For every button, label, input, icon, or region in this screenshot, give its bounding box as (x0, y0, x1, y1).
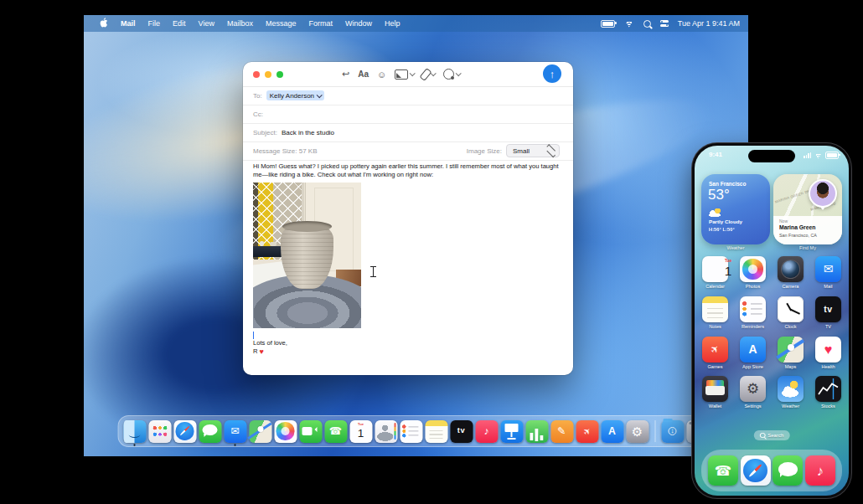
menu-item-format[interactable]: Format (302, 19, 338, 28)
closing-lines[interactable]: Lots of love, R ♥ (253, 339, 287, 357)
undo-icon[interactable]: ↩ (342, 69, 349, 80)
to-field[interactable]: To: Kelly Anderson (243, 86, 573, 105)
menu-item-file[interactable]: File (142, 19, 167, 28)
dock-icon-mail[interactable]: ✉ (224, 420, 246, 443)
envelope-icon: ✉ (224, 420, 246, 443)
reminders-icon (740, 296, 766, 322)
dock-icon-music[interactable]: ♪ (805, 455, 835, 486)
search-pill[interactable]: Search (754, 430, 790, 440)
app-label: Wallet (696, 404, 734, 409)
download-arrow-icon: ↓ (668, 427, 677, 436)
menu-item-edit[interactable]: Edit (167, 19, 192, 28)
dock-icon-reminders[interactable] (400, 420, 422, 443)
cc-label: Cc: (243, 111, 263, 118)
app-photos[interactable]: Photos (734, 256, 772, 289)
menu-bar-clock[interactable]: Tue Apr 1 9:41 AM (678, 19, 740, 28)
app-mail[interactable]: ✉ Mail (809, 256, 847, 289)
iphone-screen: 9:41 San Francisco 53° Partly Cloudy H:5… (695, 146, 849, 496)
dock-icon-music[interactable]: ♪ (475, 420, 498, 443)
app-camera[interactable]: Camera (772, 256, 809, 289)
dock-icon-contacts[interactable] (375, 420, 397, 443)
dock-icon-safari[interactable] (741, 455, 771, 486)
message-body[interactable]: Hi Mom! Guess what? I picked up pottery … (253, 162, 565, 178)
clock-icon (778, 296, 804, 322)
dock-icon-phone[interactable]: ☎ (708, 455, 738, 486)
app-notes[interactable]: Notes (696, 296, 734, 329)
dock-icon-system-settings[interactable]: ⚙ (626, 420, 649, 443)
dock-icon-phone[interactable]: ☎ (324, 420, 347, 443)
menu-item-help[interactable]: Help (379, 19, 406, 28)
menu-item-view[interactable]: View (193, 19, 220, 28)
dock-icon-launchpad[interactable] (148, 420, 171, 443)
rocket-icon: ✈ (702, 337, 728, 363)
apple-menu[interactable] (94, 18, 114, 29)
find-my-info-panel: Now Marina Green San Francisco, CA (773, 216, 842, 244)
pottery-photo[interactable] (253, 183, 361, 328)
app-app-store[interactable]: A App Store (734, 337, 772, 369)
app-label: Health (809, 364, 847, 369)
format-text-icon[interactable]: Aa (358, 69, 369, 79)
menu-item-message[interactable]: Message (260, 19, 302, 28)
app-label: Weather (772, 404, 809, 409)
dock-icon-tv[interactable]: tv (450, 420, 473, 443)
battery-icon[interactable] (601, 20, 615, 28)
cc-field[interactable]: Cc: (243, 105, 573, 124)
dock-icon-calendar[interactable]: Tue1 (349, 420, 372, 443)
menu-item-mailbox[interactable]: Mailbox (221, 19, 259, 28)
minimize-button[interactable] (265, 71, 271, 78)
photo-browser-button[interactable] (395, 69, 414, 80)
menu-item-window[interactable]: Window (339, 19, 378, 28)
attach-file-button[interactable] (422, 69, 435, 80)
app-weather[interactable]: Weather (772, 376, 809, 409)
dock-icon-messages[interactable] (773, 455, 803, 486)
dock-icon-numbers[interactable] (525, 420, 548, 443)
app-label: Mail (809, 284, 847, 289)
stocks-icon (815, 376, 841, 402)
dock-icon-keynote[interactable] (500, 420, 523, 443)
dock-icon-messages[interactable] (199, 420, 221, 443)
image-size-dropdown[interactable]: Small (506, 144, 560, 157)
wifi-icon (814, 152, 823, 159)
chevron-down-icon (317, 92, 323, 98)
subject-field[interactable]: Subject: Back in the studio (243, 123, 573, 142)
weather-widget[interactable]: San Francisco 53° Partly Cloudy H:56° L:… (701, 174, 770, 244)
emoji-icon[interactable]: ☺ (377, 69, 386, 80)
menu-app-name[interactable]: Mail (115, 19, 142, 28)
dock-icon-safari[interactable] (173, 420, 196, 443)
app-tv[interactable]: tv TV (809, 296, 847, 329)
send-button[interactable]: ↑ (543, 64, 561, 83)
dock-icon-downloads[interactable]: ↓ (661, 420, 684, 443)
dock-icon-maps[interactable] (249, 420, 271, 443)
recipient-token[interactable]: Kelly Anderson (266, 90, 324, 100)
app-reminders[interactable]: Reminders (734, 296, 772, 329)
dock-icon-facetime[interactable] (299, 420, 322, 443)
app-label: Reminders (734, 324, 772, 329)
dock-icon-photos[interactable] (274, 420, 297, 443)
app-wallet[interactable]: Wallet (696, 376, 734, 409)
dock-icon-app-store[interactable]: A (601, 420, 623, 443)
app-health[interactable]: ♥ Health (809, 337, 847, 369)
zoom-button[interactable] (276, 71, 283, 78)
partly-cloudy-icon (709, 208, 721, 217)
app-label: Clock (772, 324, 809, 329)
options-icon (443, 69, 454, 80)
app-calendar[interactable]: Tue1 Calendar (696, 256, 734, 289)
dock-icon-notes[interactable] (425, 420, 447, 443)
dock-icon-finder[interactable] (123, 420, 146, 443)
app-stocks[interactable]: Stocks (809, 376, 847, 409)
app-games[interactable]: ✈ Games (696, 337, 734, 369)
app-settings[interactable]: ⚙ Settings (734, 376, 772, 409)
dock-icon-games[interactable]: ✈ (576, 420, 598, 443)
spotlight-search-icon[interactable] (643, 20, 651, 28)
wifi-icon[interactable] (624, 20, 634, 28)
phone-icon: ☎ (324, 420, 347, 443)
control-center-icon[interactable] (660, 20, 669, 27)
close-button[interactable] (253, 71, 260, 78)
dynamic-island (748, 150, 795, 162)
photo-clay-pot (281, 222, 333, 289)
find-my-widget[interactable]: MARINA GREEN DR MARINA BLVD Now Marina G… (773, 174, 842, 244)
dock-icon-pages[interactable]: ✎ (550, 420, 573, 443)
compose-options-button[interactable] (443, 69, 460, 80)
app-clock[interactable]: Clock (772, 296, 809, 329)
app-maps[interactable]: Maps (772, 337, 809, 369)
